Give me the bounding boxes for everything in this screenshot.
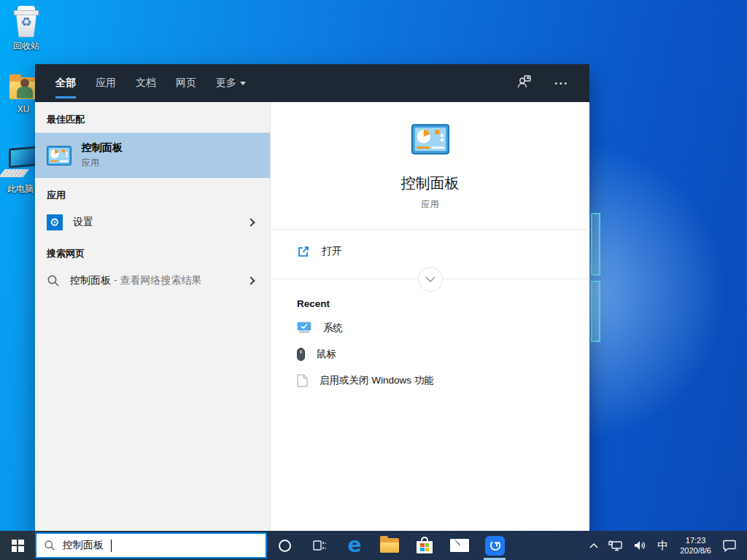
result-preview-pane: 控制面板 应用 打开: [270, 102, 589, 531]
recent-item-system[interactable]: 系统: [297, 321, 589, 335]
recycle-bin-icon: ♻: [12, 6, 41, 38]
start-button[interactable]: [0, 531, 35, 560]
clock[interactable]: 17:23 2020/8/6: [674, 535, 717, 556]
preview-subtitle: 应用: [271, 198, 589, 211]
more-options-icon[interactable]: •••: [554, 79, 569, 88]
settings-label: 设置: [73, 216, 93, 229]
cortana-icon: [279, 540, 291, 552]
tab-web[interactable]: 网页: [176, 64, 196, 102]
apps-section-header: 应用: [35, 178, 270, 209]
mail-button[interactable]: [442, 531, 477, 560]
search-filter-tabs: 全部 应用 文档 网页 更多: [55, 64, 246, 102]
desktop-icon-recycle-bin[interactable]: ♻ 回收站: [0, 6, 53, 52]
recent-item-mouse[interactable]: 鼠标: [297, 347, 589, 362]
search-flyout-panel: 全部 应用 文档 网页 更多 •••: [35, 64, 589, 531]
mouse-icon: [297, 348, 305, 361]
web-search-text: 控制面板 - 查看网络搜索结果: [70, 274, 201, 287]
chevron-right-icon[interactable]: [247, 276, 255, 284]
expand-button[interactable]: [418, 267, 443, 292]
action-center-icon: [722, 539, 737, 552]
desktop-icon-label: 回收站: [0, 40, 53, 52]
settings-gear-icon: ⚙: [47, 214, 63, 230]
wallpaper-logo-pane: [591, 281, 600, 342]
file-explorer-icon: [380, 538, 399, 553]
desktop: ♻ 回收站 XU 此电脑 全部 应用 文档 网页 更多: [0, 0, 747, 560]
chevron-down-icon: [240, 82, 246, 85]
blue-app-icon: [485, 536, 505, 556]
action-center-button[interactable]: [717, 531, 747, 560]
volume-button[interactable]: [628, 531, 651, 560]
task-view-button[interactable]: [302, 531, 337, 560]
volume-icon: [633, 540, 646, 551]
tray-time: 17:23: [680, 535, 711, 545]
tab-documents[interactable]: 文档: [136, 64, 156, 102]
tab-more[interactable]: 更多: [216, 64, 246, 102]
taskbar-search-box[interactable]: 控制面板: [35, 532, 267, 559]
store-button[interactable]: [407, 531, 442, 560]
microsoft-store-icon: [416, 537, 433, 554]
tab-apps[interactable]: 应用: [96, 64, 116, 102]
windows-logo-icon: [12, 540, 24, 552]
open-icon: [297, 245, 310, 258]
system-monitor-icon: [297, 322, 311, 335]
web-section-header: 搜索网页: [35, 236, 270, 267]
edge-icon: e: [348, 535, 362, 556]
search-results-list: 最佳匹配 控制面板 应用: [35, 102, 270, 531]
result-best-match-control-panel[interactable]: 控制面板 应用: [35, 133, 270, 178]
chevron-down-icon: [425, 276, 436, 283]
best-match-header: 最佳匹配: [35, 102, 270, 133]
user-folder-icon: [8, 73, 39, 102]
ime-indicator[interactable]: 中: [651, 539, 674, 553]
task-view-icon: [312, 539, 327, 552]
recent-section: Recent 系统: [271, 279, 589, 388]
wallpaper-logo-pane: [591, 213, 600, 276]
mail-icon: [450, 539, 469, 552]
system-tray: 中 17:23 2020/8/6: [584, 531, 747, 560]
best-match-title: 控制面板: [82, 141, 123, 155]
best-match-subtitle: 应用: [82, 157, 123, 169]
taskbar: 控制面板 e: [0, 531, 747, 560]
search-icon: [44, 540, 55, 551]
search-icon: [47, 274, 60, 287]
control-panel-icon: [47, 146, 71, 166]
edge-button[interactable]: e: [337, 531, 372, 560]
recent-header: Recent: [297, 298, 589, 309]
document-icon: [297, 374, 308, 387]
chevron-up-icon: [589, 542, 598, 548]
chevron-right-icon[interactable]: [247, 218, 255, 226]
tab-all[interactable]: 全部: [55, 64, 76, 102]
show-hidden-icons-button[interactable]: [584, 531, 603, 560]
control-panel-icon-large: [411, 124, 449, 155]
network-icon: [608, 540, 623, 551]
open-action[interactable]: 打开: [271, 230, 589, 272]
text-cursor: [111, 540, 112, 552]
pinned-app-button[interactable]: [477, 531, 512, 560]
recent-item-windows-features[interactable]: 启用或关闭 Windows 功能: [297, 373, 589, 388]
search-input-value[interactable]: 控制面板: [63, 539, 104, 552]
divider: [271, 279, 589, 279]
user-account-icon[interactable]: [516, 74, 533, 93]
tray-date: 2020/8/6: [680, 545, 711, 556]
file-explorer-button[interactable]: [372, 531, 407, 560]
search-panel-header: 全部 应用 文档 网页 更多 •••: [35, 64, 589, 102]
result-settings[interactable]: ⚙ 设置: [35, 209, 270, 236]
cortana-button[interactable]: [267, 531, 302, 560]
preview-title: 控制面板: [271, 174, 589, 193]
network-button[interactable]: [603, 531, 628, 560]
open-label: 打开: [322, 245, 342, 258]
result-web-search[interactable]: 控制面板 - 查看网络搜索结果: [35, 267, 270, 295]
